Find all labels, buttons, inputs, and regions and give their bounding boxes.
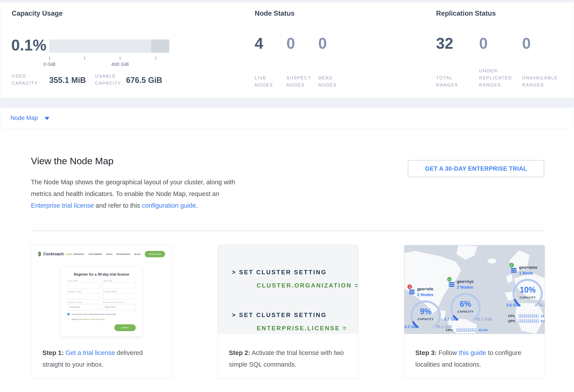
capacity-ring-gauge: 10% CAPACITY 3.6 GiB 34.4 GiB (511, 277, 544, 310)
step3-card: 1 geo=sfo 2 Nodes 9% CAPACITY 3.2 GiB 35… (404, 245, 545, 379)
cpu-value: 42.5% (478, 328, 488, 332)
get-trial-license-link[interactable]: Get a trial license (65, 349, 115, 356)
intro-paragraph: The Node Map shows the geographical layo… (31, 176, 243, 211)
mini-submit-button[interactable]: SUBMIT (114, 324, 136, 331)
capacity-total: 65.7 GiB (476, 317, 492, 322)
cluster-node-count: 1 Node (519, 271, 533, 276)
sql-line-2: CLUSTER.ORGANIZATION = (257, 282, 359, 289)
step1-caption: Step 1: Get a trial license delivered st… (42, 347, 164, 370)
qps-value: 0.0 (478, 333, 483, 334)
under-replicated-ranges-label: UNDER- REPLICATED RANGES (479, 67, 512, 88)
page-top-strip (0, 0, 574, 2)
capacity-label: CAPACITY (511, 296, 544, 299)
cluster-ams: ✓ geo=ams 1 Node 10% CAPACITY 3.6 GiB 34… (510, 264, 545, 323)
capacity-used: 3.2 GiB (404, 325, 418, 329)
database-stack-icon (409, 289, 415, 295)
capacity-total: 34.4 GiB (538, 303, 545, 308)
capacity-ring-gauge: 6% CAPACITY 3.7 GiB 65.7 GiB (449, 291, 482, 325)
capacity-usage-title: Capacity Usage (12, 9, 63, 18)
mini-site-nav: PRODUCT CUSTOMERS DOCS RESOURCES BLOG DO… (74, 251, 165, 257)
capacity-used: 3.6 GiB (506, 303, 520, 308)
qps-label: QPS (508, 319, 516, 323)
gauge-tick (156, 57, 156, 60)
mini-reason-select[interactable]: Please Select (103, 304, 136, 310)
capacity-ring-gauge: 9% CAPACITY 3.2 GiB 35.1 GiB (409, 299, 442, 332)
qps-sparkline (518, 319, 539, 322)
mini-email-updates-checkbox[interactable]: ✓ (67, 313, 69, 315)
mini-reason-label: REASON FOR INTEREST (103, 302, 136, 303)
cluster-locality: geo=sfo (417, 287, 433, 291)
capacity-percent: 6% (449, 299, 482, 309)
mini-nav-blog[interactable]: BLOG (134, 253, 141, 255)
capacity-gauge-reserved-segment (151, 39, 169, 53)
cockroach-labs-logo: Cockroach LABS (38, 252, 73, 257)
live-nodes-column: 4 LIVE NODES (255, 9, 284, 88)
gauge-tick-label-400: 400 GiB (107, 61, 133, 67)
suspect-nodes-column: 0 SUSPECT NODES (287, 9, 316, 88)
capacity-used: 3.7 GiB (444, 317, 458, 322)
cluster-locality: geo=nyc (457, 279, 474, 284)
mini-last-name-input[interactable] (103, 282, 136, 289)
mini-project-phase-select[interactable]: Please Select (67, 304, 100, 310)
gauge-tick (49, 57, 50, 60)
chevron-down-icon (44, 117, 49, 120)
view-selector-label[interactable]: Node Map (10, 115, 38, 121)
qps-label: QPS (446, 333, 454, 334)
mini-first-name-label: FIRST NAME (67, 280, 100, 281)
mini-company-email-input[interactable] (103, 293, 136, 299)
node-status-columns: 4 LIVE NODES 0 SUSPECT NODES 0 DEAD NODE… (255, 9, 356, 88)
mini-first-name-input[interactable] (67, 282, 100, 289)
mini-brand-suffix: LABS (65, 253, 73, 256)
page-title: View the Node Map (31, 156, 114, 167)
sql-line-3: > SET CLUSTER SETTING (232, 312, 327, 318)
step2-card: > SET CLUSTER SETTING CLUSTER.ORGANIZATI… (217, 245, 359, 379)
mini-nav-product[interactable]: PRODUCT (74, 253, 84, 255)
mini-email-updates-label: I would like to receive email updates ab… (71, 313, 116, 315)
cluster-nyc: ✓ geo=nyc 2 Nodes 6% CAPACITY 3.7 GiB 65… (448, 279, 494, 334)
enterprise-trial-button[interactable]: GET A 30-DAY ENTERPRISE TRIAL (408, 160, 544, 177)
capacity-label: CAPACITY (449, 310, 482, 313)
configuration-guide-link[interactable]: configuration guide (142, 202, 196, 209)
suspect-nodes-value: 0 (287, 36, 295, 51)
sql-code-panel: > SET CLUSTER SETTING CLUSTER.ORGANIZATI… (218, 245, 358, 334)
mini-license-agree-checkbox[interactable] (67, 318, 69, 320)
total-ranges-column: 32 TOTAL RANGES (436, 9, 476, 88)
used-capacity-label: USED CAPACITY (12, 73, 38, 87)
healthy-badge-icon: ✓ (447, 277, 452, 281)
mini-nav-docs[interactable]: DOCS (106, 253, 112, 255)
mini-download-button[interactable]: DOWNLOAD (145, 251, 165, 257)
mini-form-title: Register for a 30-day trial license (67, 273, 136, 277)
cluster-node-count: 2 Nodes (457, 285, 473, 290)
cluster-node-count: 2 Nodes (417, 292, 433, 297)
unavailable-ranges-label: UNAVAILABLE RANGES (522, 74, 558, 88)
node-map-preview: 1 geo=sfo 2 Nodes 9% CAPACITY 3.2 GiB 35… (404, 245, 545, 334)
this-guide-link[interactable]: this guide (459, 349, 486, 356)
capacity-percent: 10% (511, 285, 544, 295)
qps-value: 0.0 (541, 319, 545, 323)
cockroach-bug-icon (38, 252, 42, 257)
usable-capacity-value: 676.5 GiB (126, 76, 162, 85)
qps-sparkline (456, 333, 476, 334)
mini-nav-customers[interactable]: CUSTOMERS (88, 253, 102, 255)
mini-company-name-input[interactable] (67, 293, 100, 299)
usable-capacity-label: USABLE CAPACITY (95, 73, 121, 87)
mini-brand-text: Cockroach (43, 252, 64, 256)
capacity-percent: 9% (409, 307, 442, 316)
mini-nav-resources[interactable]: RESOURCES (117, 253, 130, 255)
capacity-label: CAPACITY (409, 317, 442, 321)
section-divider (31, 231, 544, 231)
cpu-sparkline (518, 314, 539, 317)
step3-caption: Step 3: Follow this guide to configure l… (415, 347, 537, 370)
total-ranges-label: TOTAL RANGES (436, 74, 458, 88)
dead-nodes-column: 0 DEAD NODES (318, 9, 348, 88)
enterprise-trial-license-link[interactable]: Enterprise trial license (31, 202, 94, 209)
healthy-badge-icon: ✓ (509, 263, 514, 267)
cpu-label: CPU (446, 328, 454, 332)
mini-license-agreement-link[interactable]: Software License Agreement. (82, 318, 105, 320)
sql-line-1: > SET CLUSTER SETTING (232, 269, 327, 276)
dead-nodes-value: 0 (318, 36, 327, 51)
cluster-sfo: 1 geo=sfo 2 Nodes 9% CAPACITY 3.2 GiB 35… (408, 286, 454, 334)
section-gap-strip (0, 98, 574, 107)
view-selector-bar[interactable]: Node Map (1, 107, 573, 129)
error-badge-icon: 1 (407, 284, 412, 289)
